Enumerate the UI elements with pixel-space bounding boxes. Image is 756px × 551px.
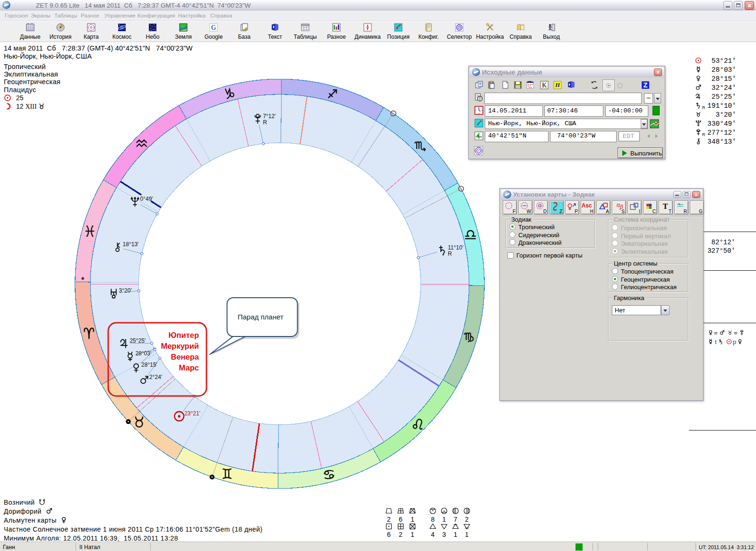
- svg-text:8: 8: [431, 516, 435, 523]
- svg-text:H: H: [555, 81, 560, 88]
- svg-text:Венера: Венера: [171, 353, 199, 361]
- svg-text:330°49': 330°49': [707, 120, 736, 128]
- svg-text:2: 2: [387, 516, 391, 523]
- svg-text:Юпитер: Юпитер: [169, 331, 199, 339]
- svg-text:=: =: [734, 329, 738, 336]
- svg-text:23°21': 23°21': [184, 410, 200, 417]
- svg-text:Марс: Марс: [179, 363, 199, 372]
- svg-text:=: =: [714, 329, 718, 336]
- svg-text:t: t: [715, 338, 717, 345]
- svg-text:4: 4: [431, 531, 435, 538]
- svg-text:12 XIII: 12 XIII: [16, 103, 37, 110]
- svg-text:6: 6: [387, 531, 391, 538]
- svg-text:25: 25: [16, 94, 24, 102]
- svg-text:Asc: Asc: [582, 202, 592, 209]
- svg-text:1: 1: [411, 531, 414, 538]
- svg-text:T: T: [663, 202, 668, 210]
- svg-text:7: 7: [454, 516, 457, 523]
- svg-text:32°24': 32°24': [712, 84, 736, 92]
- svg-text:Парад планет: Парад планет: [238, 313, 284, 321]
- svg-text:*: *: [81, 276, 85, 284]
- svg-text:K: K: [542, 82, 547, 89]
- svg-text:6: 6: [399, 516, 403, 523]
- svg-text:53°21': 53°21': [712, 57, 736, 65]
- svg-text:25°25': 25°25': [712, 93, 736, 101]
- svg-text:R: R: [702, 132, 705, 137]
- svg-text:Меркурий: Меркурий: [161, 342, 199, 350]
- svg-text:11°10': 11°10': [448, 244, 464, 251]
- svg-text:1: 1: [454, 531, 457, 538]
- svg-text:82°12': 82°12': [712, 239, 735, 246]
- svg-text:R: R: [702, 105, 705, 110]
- svg-text:28°15': 28°15': [141, 362, 157, 368]
- svg-text:R: R: [448, 250, 452, 257]
- svg-text:2°24': 2°24': [149, 374, 162, 380]
- svg-text:327°50': 327°50': [707, 247, 735, 255]
- svg-text:3°20': 3°20': [119, 287, 132, 294]
- svg-text:0°49': 0°49': [140, 196, 153, 202]
- svg-text:7°12': 7°12': [263, 113, 275, 120]
- svg-text:2: 2: [399, 531, 403, 538]
- svg-text:2: 2: [465, 516, 469, 523]
- svg-text:191°10': 191°10': [707, 102, 736, 110]
- svg-text:p: p: [733, 338, 736, 345]
- svg-text:Z: Z: [644, 81, 648, 89]
- svg-text:1: 1: [442, 516, 446, 523]
- svg-text:18°13': 18°13': [123, 241, 139, 248]
- svg-text:277°12': 277°12': [707, 129, 736, 137]
- svg-text:28°03': 28°03': [135, 350, 151, 357]
- svg-text:348°13': 348°13': [707, 138, 736, 146]
- svg-text:3°20': 3°20': [715, 111, 736, 119]
- svg-text:28°15': 28°15': [712, 75, 736, 83]
- svg-text:R: R: [263, 119, 267, 126]
- svg-text:1: 1: [411, 516, 414, 523]
- svg-text:28°03': 28°03': [712, 66, 736, 74]
- svg-text:1: 1: [465, 531, 469, 538]
- svg-text:3: 3: [442, 531, 446, 538]
- svg-text:25°25': 25°25': [129, 337, 146, 344]
